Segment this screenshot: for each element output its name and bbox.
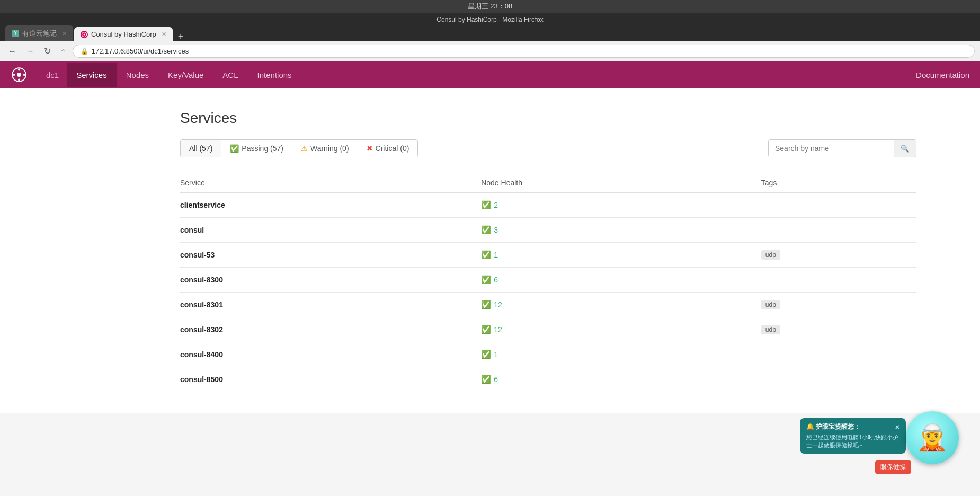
- nav-home-button[interactable]: ⌂: [58, 46, 68, 57]
- health-count: 1: [494, 350, 498, 359]
- tag-badge: udp: [761, 300, 780, 309]
- service-health-cell: ✅6: [481, 268, 761, 293]
- health-count: 12: [494, 325, 502, 334]
- nav-back-button[interactable]: ←: [5, 46, 19, 57]
- browser-chrome: Consul by HashiCorp - Mozilla Firefox Y …: [0, 13, 980, 41]
- service-health-cell: ✅1: [481, 243, 761, 268]
- service-health-cell: ✅1: [481, 342, 761, 367]
- service-tags-cell: [761, 218, 916, 243]
- nav-forward-button[interactable]: →: [23, 46, 37, 57]
- filter-critical-label: Critical (0): [376, 144, 409, 153]
- service-name: consul-8302: [180, 325, 223, 334]
- svg-point-4: [18, 68, 20, 70]
- url-lock-icon: 🔒: [81, 48, 88, 55]
- service-health-cell: ✅2: [481, 193, 761, 218]
- health-count: 6: [494, 276, 498, 284]
- health-count: 12: [494, 300, 502, 309]
- table-row[interactable]: consul-8300✅6: [180, 268, 916, 293]
- health-count: 6: [494, 375, 498, 384]
- tab-youdao-favicon: Y: [12, 30, 19, 37]
- service-tags-cell: [761, 193, 916, 218]
- svg-point-5: [18, 79, 20, 81]
- tab-consul-close[interactable]: ✕: [162, 31, 166, 38]
- page-title: Services: [180, 110, 916, 127]
- address-bar: ← → ↻ ⌂ 🔒 172.17.0.6:8500/ui/dc1/service…: [0, 41, 980, 61]
- services-table: Service Node Health Tags clientservice✅2…: [180, 173, 916, 392]
- documentation-link[interactable]: Documentation: [916, 70, 969, 79]
- tab-consul[interactable]: Consul by HashiCorp ✕: [74, 27, 173, 41]
- tab-bar: Y 有道云笔记 ✕ Consul by HashiCorp ✕ +: [5, 25, 975, 41]
- os-datetime: 星期三 23：08: [468, 2, 513, 10]
- tab-youdao-label: 有道云笔记: [22, 29, 57, 38]
- service-name-cell: consul-8400: [180, 342, 481, 367]
- filter-passing-label: Passing (57): [242, 144, 283, 153]
- search-button[interactable]: 🔍: [894, 140, 916, 157]
- tag-badge: udp: [761, 250, 780, 260]
- table-row[interactable]: consul-8302✅12udp: [180, 317, 916, 342]
- consul-nav: dc1 Services Nodes Key/Value ACL Intenti…: [0, 61, 980, 88]
- tab-consul-favicon: [81, 31, 88, 38]
- service-name: consul: [180, 226, 204, 234]
- service-name: consul-8400: [180, 350, 223, 359]
- service-health-cell: ✅12: [481, 293, 761, 317]
- page-content: Services All (57) ✅ Passing (57) ⚠ Warni…: [0, 88, 980, 413]
- table-row[interactable]: clientservice✅2: [180, 193, 916, 218]
- filter-all-label: All (57): [189, 144, 212, 153]
- health-check-icon: ✅: [481, 350, 491, 359]
- table-row[interactable]: consul-53✅1udp: [180, 243, 916, 268]
- svg-point-1: [84, 33, 85, 35]
- service-name-cell: consul-8301: [180, 293, 481, 317]
- search-input[interactable]: [769, 140, 894, 157]
- consul-dc-label[interactable]: dc1: [38, 70, 67, 79]
- service-tags-cell: udp: [761, 317, 916, 342]
- filter-warning-button[interactable]: ⚠ Warning (0): [292, 140, 358, 157]
- new-tab-button[interactable]: +: [174, 32, 188, 41]
- passing-check-icon: ✅: [230, 144, 239, 153]
- service-name: consul-53: [180, 251, 215, 259]
- url-bar[interactable]: 🔒 172.17.0.6:8500/ui/dc1/services: [73, 45, 975, 58]
- health-check-icon: ✅: [481, 225, 491, 235]
- health-check-icon: ✅: [481, 200, 491, 210]
- consul-logo[interactable]: [11, 66, 28, 83]
- tab-youdao-close[interactable]: ✕: [62, 30, 67, 37]
- tab-youdao[interactable]: Y 有道云笔记 ✕: [5, 25, 73, 41]
- service-tags-cell: [761, 367, 916, 392]
- service-name-cell: clientservice: [180, 193, 481, 218]
- filter-all-button[interactable]: All (57): [181, 140, 221, 157]
- table-row[interactable]: consul-8400✅1: [180, 342, 916, 367]
- svg-point-3: [17, 73, 21, 77]
- svg-point-7: [23, 74, 25, 76]
- health-check-icon: ✅: [481, 325, 491, 334]
- filter-passing-button[interactable]: ✅ Passing (57): [221, 140, 292, 157]
- col-node-health: Node Health: [481, 173, 761, 193]
- health-check-icon: ✅: [481, 300, 491, 309]
- tab-consul-label: Consul by HashiCorp: [91, 30, 156, 38]
- nav-link-nodes[interactable]: Nodes: [117, 63, 158, 87]
- service-name: consul-8300: [180, 276, 223, 284]
- service-tags-cell: udp: [761, 293, 916, 317]
- service-tags-cell: [761, 342, 916, 367]
- nav-link-services[interactable]: Services: [67, 63, 117, 87]
- service-name: clientservice: [180, 201, 225, 209]
- table-row[interactable]: consul✅3: [180, 218, 916, 243]
- table-row[interactable]: consul-8500✅6: [180, 367, 916, 392]
- search-box: 🔍: [768, 139, 916, 157]
- os-bar: 星期三 23：08: [0, 0, 980, 13]
- nav-link-keyvalue[interactable]: Key/Value: [158, 63, 213, 87]
- table-header: Service Node Health Tags: [180, 173, 916, 193]
- svg-point-6: [13, 74, 15, 76]
- browser-title: Consul by HashiCorp - Mozilla Firefox: [5, 16, 975, 25]
- service-tags-cell: [761, 268, 916, 293]
- nav-refresh-button[interactable]: ↻: [41, 45, 54, 57]
- nav-link-acl[interactable]: ACL: [213, 63, 247, 87]
- service-name-cell: consul-8300: [180, 268, 481, 293]
- nav-link-intentions[interactable]: Intentions: [248, 63, 301, 87]
- warning-icon: ⚠: [301, 144, 308, 153]
- service-name: consul-8301: [180, 300, 223, 309]
- table-row[interactable]: consul-8301✅12udp: [180, 293, 916, 317]
- consul-nav-links: Services Nodes Key/Value ACL Intentions: [67, 63, 916, 87]
- filter-critical-button[interactable]: ✖ Critical (0): [358, 140, 418, 157]
- service-tags-cell: udp: [761, 243, 916, 268]
- filter-bar: All (57) ✅ Passing (57) ⚠ Warning (0) ✖ …: [180, 139, 916, 157]
- filter-buttons: All (57) ✅ Passing (57) ⚠ Warning (0) ✖ …: [180, 139, 418, 157]
